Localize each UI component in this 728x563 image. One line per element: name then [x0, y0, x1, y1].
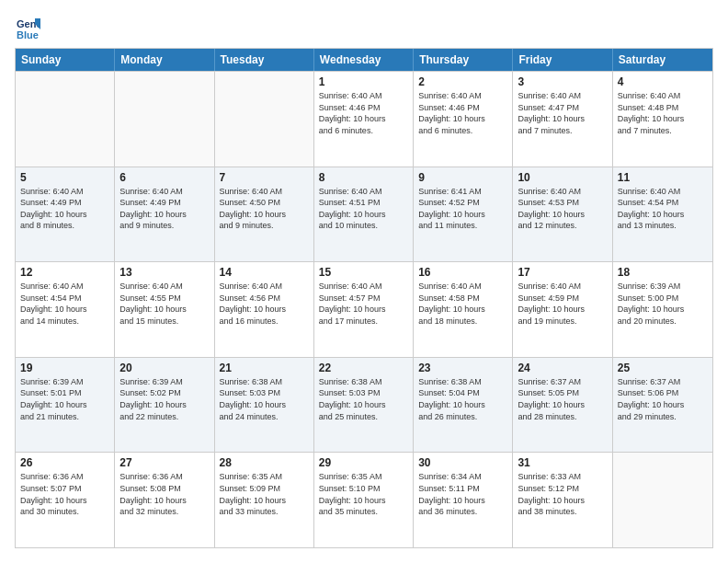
day-number: 10: [518, 171, 607, 184]
day-number: 31: [518, 456, 607, 469]
day-cell-16: 16Sunrise: 6:40 AMSunset: 4:58 PMDayligh…: [414, 262, 513, 357]
day-number: 2: [418, 75, 507, 88]
day-number: 28: [220, 456, 309, 469]
day-cell-28: 28Sunrise: 6:35 AMSunset: 5:09 PMDayligh…: [215, 453, 314, 547]
day-info: Sunrise: 6:36 AMSunset: 5:07 PMDaylight:…: [20, 471, 109, 517]
day-number: 17: [518, 266, 607, 279]
day-cell-26: 26Sunrise: 6:36 AMSunset: 5:07 PMDayligh…: [16, 453, 115, 547]
day-info: Sunrise: 6:39 AMSunset: 5:00 PMDaylight:…: [618, 281, 708, 327]
day-info: Sunrise: 6:37 AMSunset: 5:06 PMDaylight:…: [618, 376, 708, 422]
day-number: 11: [618, 171, 708, 184]
day-cell-24: 24Sunrise: 6:37 AMSunset: 5:05 PMDayligh…: [513, 358, 612, 453]
calendar-row-1: 1Sunrise: 6:40 AMSunset: 4:46 PMDaylight…: [16, 71, 712, 167]
day-info: Sunrise: 6:40 AMSunset: 4:54 PMDaylight:…: [618, 186, 708, 232]
day-number: 9: [418, 171, 507, 184]
day-number: 26: [20, 456, 109, 469]
day-info: Sunrise: 6:35 AMSunset: 5:10 PMDaylight:…: [319, 471, 408, 517]
day-info: Sunrise: 6:40 AMSunset: 4:49 PMDaylight:…: [20, 186, 109, 232]
calendar-row-4: 19Sunrise: 6:39 AMSunset: 5:01 PMDayligh…: [16, 357, 712, 453]
day-info: Sunrise: 6:39 AMSunset: 5:01 PMDaylight:…: [20, 376, 109, 422]
day-number: 18: [618, 266, 708, 279]
day-info: Sunrise: 6:38 AMSunset: 5:03 PMDaylight:…: [220, 376, 309, 422]
day-info: Sunrise: 6:40 AMSunset: 4:54 PMDaylight:…: [20, 281, 109, 327]
svg-text:Blue: Blue: [17, 29, 39, 40]
day-info: Sunrise: 6:35 AMSunset: 5:09 PMDaylight:…: [220, 471, 309, 517]
header-day-wednesday: Wednesday: [314, 49, 414, 71]
day-cell-5: 5Sunrise: 6:40 AMSunset: 4:49 PMDaylight…: [16, 167, 115, 262]
day-number: 22: [319, 362, 408, 374]
day-info: Sunrise: 6:40 AMSunset: 4:51 PMDaylight:…: [319, 186, 408, 232]
day-number: 30: [418, 456, 507, 469]
day-cell-12: 12Sunrise: 6:40 AMSunset: 4:54 PMDayligh…: [16, 262, 115, 357]
day-info: Sunrise: 6:38 AMSunset: 5:03 PMDaylight:…: [319, 376, 408, 422]
day-number: 5: [20, 171, 109, 184]
header-day-sunday: Sunday: [16, 49, 115, 71]
day-info: Sunrise: 6:40 AMSunset: 4:58 PMDaylight:…: [418, 281, 507, 327]
day-info: Sunrise: 6:40 AMSunset: 4:46 PMDaylight:…: [418, 90, 507, 136]
day-cell-25: 25Sunrise: 6:37 AMSunset: 5:06 PMDayligh…: [613, 358, 712, 453]
calendar-row-3: 12Sunrise: 6:40 AMSunset: 4:54 PMDayligh…: [16, 261, 712, 357]
day-number: 20: [119, 362, 209, 374]
calendar: SundayMondayTuesdayWednesdayThursdayFrid…: [15, 48, 713, 548]
day-info: Sunrise: 6:40 AMSunset: 4:55 PMDaylight:…: [119, 281, 209, 327]
logo: General Blue: [15, 15, 44, 40]
day-cell-14: 14Sunrise: 6:40 AMSunset: 4:56 PMDayligh…: [215, 262, 314, 357]
header-day-thursday: Thursday: [414, 49, 513, 71]
empty-cell: [215, 72, 314, 167]
empty-cell: [115, 72, 214, 167]
day-number: 6: [119, 171, 209, 184]
empty-cell: [16, 72, 115, 167]
day-number: 4: [618, 75, 708, 88]
day-cell-22: 22Sunrise: 6:38 AMSunset: 5:03 PMDayligh…: [314, 358, 414, 453]
day-cell-9: 9Sunrise: 6:41 AMSunset: 4:52 PMDaylight…: [414, 167, 513, 262]
day-cell-6: 6Sunrise: 6:40 AMSunset: 4:49 PMDaylight…: [115, 167, 214, 262]
calendar-body: 1Sunrise: 6:40 AMSunset: 4:46 PMDaylight…: [16, 71, 712, 547]
day-number: 15: [319, 266, 408, 279]
day-number: 14: [220, 266, 309, 279]
day-cell-17: 17Sunrise: 6:40 AMSunset: 4:59 PMDayligh…: [513, 262, 612, 357]
day-number: 7: [220, 171, 309, 184]
page-header: General Blue: [15, 15, 713, 40]
day-number: 29: [319, 456, 408, 469]
day-cell-8: 8Sunrise: 6:40 AMSunset: 4:51 PMDaylight…: [314, 167, 414, 262]
day-number: 27: [119, 456, 209, 469]
day-number: 16: [418, 266, 507, 279]
day-cell-19: 19Sunrise: 6:39 AMSunset: 5:01 PMDayligh…: [16, 358, 115, 453]
day-info: Sunrise: 6:41 AMSunset: 4:52 PMDaylight:…: [418, 186, 507, 232]
day-info: Sunrise: 6:40 AMSunset: 4:48 PMDaylight:…: [618, 90, 708, 136]
day-cell-23: 23Sunrise: 6:38 AMSunset: 5:04 PMDayligh…: [414, 358, 513, 453]
day-cell-2: 2Sunrise: 6:40 AMSunset: 4:46 PMDaylight…: [414, 72, 513, 167]
day-number: 1: [319, 75, 408, 88]
day-info: Sunrise: 6:40 AMSunset: 4:46 PMDaylight:…: [319, 90, 408, 136]
day-info: Sunrise: 6:40 AMSunset: 4:47 PMDaylight:…: [518, 90, 607, 136]
day-cell-29: 29Sunrise: 6:35 AMSunset: 5:10 PMDayligh…: [314, 453, 414, 547]
day-number: 24: [518, 362, 607, 374]
day-info: Sunrise: 6:40 AMSunset: 4:49 PMDaylight:…: [119, 186, 209, 232]
day-info: Sunrise: 6:40 AMSunset: 4:59 PMDaylight:…: [518, 281, 607, 327]
day-number: 12: [20, 266, 109, 279]
day-info: Sunrise: 6:37 AMSunset: 5:05 PMDaylight:…: [518, 376, 607, 422]
day-cell-10: 10Sunrise: 6:40 AMSunset: 4:53 PMDayligh…: [513, 167, 612, 262]
day-info: Sunrise: 6:38 AMSunset: 5:04 PMDaylight:…: [418, 376, 507, 422]
calendar-row-2: 5Sunrise: 6:40 AMSunset: 4:49 PMDaylight…: [16, 167, 712, 262]
day-cell-3: 3Sunrise: 6:40 AMSunset: 4:47 PMDaylight…: [513, 72, 612, 167]
header-day-friday: Friday: [513, 49, 612, 71]
day-info: Sunrise: 6:40 AMSunset: 4:57 PMDaylight:…: [319, 281, 408, 327]
day-number: 21: [220, 362, 309, 374]
empty-cell: [613, 453, 712, 547]
day-cell-7: 7Sunrise: 6:40 AMSunset: 4:50 PMDaylight…: [215, 167, 314, 262]
day-cell-18: 18Sunrise: 6:39 AMSunset: 5:00 PMDayligh…: [613, 262, 712, 357]
day-cell-1: 1Sunrise: 6:40 AMSunset: 4:46 PMDaylight…: [314, 72, 414, 167]
day-info: Sunrise: 6:40 AMSunset: 4:56 PMDaylight:…: [220, 281, 309, 327]
day-cell-30: 30Sunrise: 6:34 AMSunset: 5:11 PMDayligh…: [414, 453, 513, 547]
day-cell-4: 4Sunrise: 6:40 AMSunset: 4:48 PMDaylight…: [613, 72, 712, 167]
day-cell-13: 13Sunrise: 6:40 AMSunset: 4:55 PMDayligh…: [115, 262, 214, 357]
header-day-tuesday: Tuesday: [215, 49, 314, 71]
day-cell-15: 15Sunrise: 6:40 AMSunset: 4:57 PMDayligh…: [314, 262, 414, 357]
day-info: Sunrise: 6:40 AMSunset: 4:53 PMDaylight:…: [518, 186, 607, 232]
day-info: Sunrise: 6:40 AMSunset: 4:50 PMDaylight:…: [220, 186, 309, 232]
day-cell-27: 27Sunrise: 6:36 AMSunset: 5:08 PMDayligh…: [115, 453, 214, 547]
day-number: 23: [418, 362, 507, 374]
day-number: 19: [20, 362, 109, 374]
day-number: 13: [119, 266, 209, 279]
